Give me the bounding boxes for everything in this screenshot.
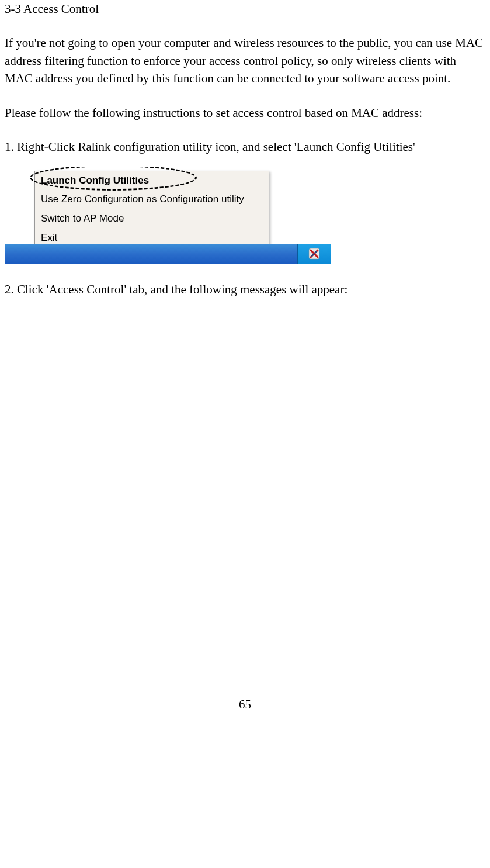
- taskbar: [5, 244, 331, 264]
- context-menu: Launch Config Utilities Use Zero Configu…: [34, 171, 269, 248]
- page-number: 65: [5, 696, 485, 713]
- follow-paragraph: Please follow the following instructions…: [5, 104, 485, 122]
- section-title: 3-3 Access Control: [5, 0, 485, 18]
- step-2-text: 2. Click 'Access Control' tab, and the f…: [5, 281, 485, 298]
- menu-item-launch-config[interactable]: Launch Config Utilities: [35, 171, 269, 191]
- step-1-text: 1. Right-Click Ralink configuration util…: [5, 138, 485, 155]
- ralink-tray-icon[interactable]: [308, 248, 320, 260]
- context-menu-screenshot: Launch Config Utilities Use Zero Configu…: [5, 167, 331, 264]
- system-tray: [297, 244, 331, 264]
- menu-item-switch-ap-mode[interactable]: Switch to AP Mode: [35, 209, 269, 229]
- intro-paragraph: If you're not going to open your compute…: [5, 34, 485, 87]
- menu-item-use-zero-config[interactable]: Use Zero Configuration as Configuration …: [35, 190, 269, 209]
